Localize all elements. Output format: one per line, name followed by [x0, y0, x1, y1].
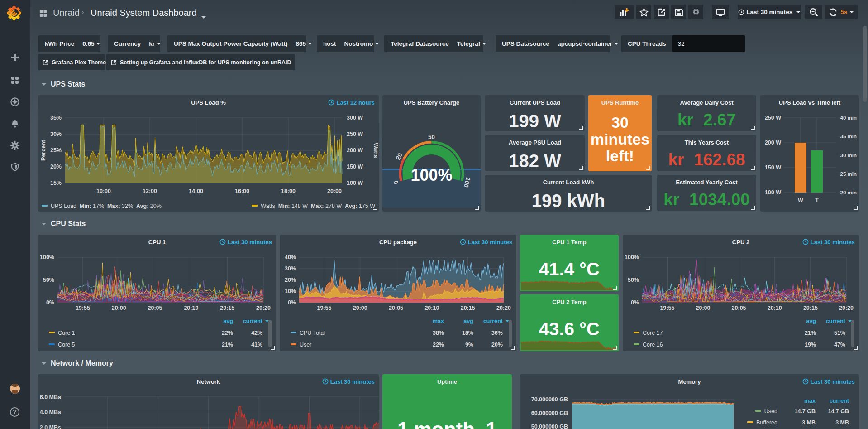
svg-text:19:55: 19:55 — [317, 305, 332, 311]
svg-text:18:00: 18:00 — [281, 188, 296, 194]
svg-text:20%: 20% — [285, 277, 296, 283]
svg-text:2.0 MBs: 2.0 MBs — [40, 424, 61, 429]
svg-text:20:00: 20:00 — [327, 188, 342, 194]
svg-text:40 min: 40 min — [840, 115, 857, 121]
svg-text:250 W: 250 W — [765, 115, 781, 121]
svg-text:0%: 0% — [288, 299, 296, 306]
svg-text:19:55: 19:55 — [76, 305, 90, 311]
svg-text:20:20: 20:20 — [256, 305, 271, 311]
svg-text:200 W: 200 W — [347, 147, 363, 154]
svg-text:20:20: 20:20 — [496, 305, 511, 311]
svg-text:100%: 100% — [410, 166, 452, 184]
svg-text:20:05: 20:05 — [389, 305, 403, 311]
svg-text:20:00: 20:00 — [696, 305, 711, 311]
svg-text:150 W: 150 W — [765, 164, 781, 171]
svg-text:6.0 MBs: 6.0 MBs — [40, 394, 61, 400]
svg-text:14:00: 14:00 — [189, 188, 203, 194]
svg-text:40%: 40% — [285, 254, 296, 260]
svg-text:Percent: Percent — [40, 140, 47, 161]
svg-text:20:05: 20:05 — [148, 305, 162, 311]
svg-text:70.000000 GB: 70.000000 GB — [531, 396, 568, 403]
svg-text:19:55: 19:55 — [660, 305, 674, 311]
svg-text:30%: 30% — [285, 265, 296, 272]
svg-text:W: W — [798, 197, 803, 203]
svg-text:150 W: 150 W — [347, 164, 363, 170]
svg-text:15%: 15% — [50, 180, 62, 186]
svg-text:30 min: 30 min — [840, 153, 857, 158]
svg-text:20:05: 20:05 — [732, 305, 746, 311]
svg-text:50%: 50% — [628, 277, 639, 283]
svg-text:T: T — [815, 197, 819, 203]
svg-text:0%: 0% — [631, 299, 639, 306]
svg-text:20 min: 20 min — [840, 190, 857, 195]
svg-text:20:10: 20:10 — [768, 305, 782, 311]
svg-text:0%: 0% — [46, 299, 54, 306]
svg-text:25 min: 25 min — [840, 171, 857, 177]
svg-text:250 W: 250 W — [347, 131, 363, 137]
svg-text:20:15: 20:15 — [220, 305, 234, 311]
svg-text:100 W: 100 W — [765, 189, 781, 196]
svg-text:20:00: 20:00 — [353, 305, 367, 311]
svg-text:20:10: 20:10 — [184, 305, 198, 311]
svg-text:20%: 20% — [50, 164, 62, 170]
svg-text:200 W: 200 W — [765, 140, 781, 146]
svg-text:16:00: 16:00 — [235, 188, 249, 194]
svg-text:25%: 25% — [50, 147, 62, 154]
svg-text:100%: 100% — [625, 254, 639, 260]
svg-text:10%: 10% — [285, 288, 296, 294]
svg-text:50%: 50% — [43, 277, 54, 283]
svg-text:100 W: 100 W — [347, 180, 363, 186]
svg-text:20:10: 20:10 — [424, 305, 439, 311]
svg-text:100%: 100% — [40, 254, 54, 260]
svg-text:20:00: 20:00 — [112, 305, 126, 311]
svg-text:12:00: 12:00 — [143, 188, 157, 194]
svg-text:35%: 35% — [50, 115, 62, 121]
svg-text:10:00: 10:00 — [96, 188, 111, 194]
svg-text:4.0 MBs: 4.0 MBs — [40, 409, 61, 415]
svg-text:50: 50 — [428, 134, 435, 140]
svg-text:20:15: 20:15 — [461, 305, 475, 311]
svg-text:50.000000 GB: 50.000000 GB — [531, 424, 568, 429]
svg-text:Watts: Watts — [372, 143, 379, 158]
svg-text:30%: 30% — [50, 131, 62, 137]
svg-text:35 min: 35 min — [840, 134, 857, 139]
svg-text:300 W: 300 W — [347, 115, 363, 121]
svg-text:60.000000 GB: 60.000000 GB — [531, 410, 568, 416]
svg-text:20:15: 20:15 — [803, 305, 818, 311]
svg-text:20:20: 20:20 — [839, 305, 854, 311]
